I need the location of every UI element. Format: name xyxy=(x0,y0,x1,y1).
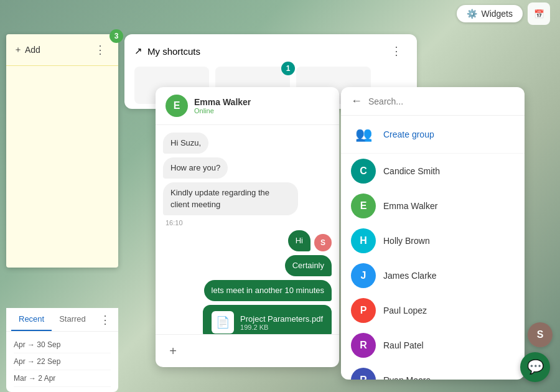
add-btn-area: ＋ Add ⋮ xyxy=(6,34,118,66)
contact-item-raul-patel[interactable]: R Raul Patel xyxy=(341,328,525,363)
chat-panel: E Emma Walker Online Hi Suzu, How are yo… xyxy=(156,87,339,367)
avatar-image: E xyxy=(166,95,188,117)
sent-user-avatar: S xyxy=(314,234,332,251)
sticky-badge: 3 xyxy=(110,29,123,43)
message-kindly-update: Kindly update regarding the client meeti… xyxy=(163,182,298,215)
shortcuts-title: ↗ My shortcuts xyxy=(134,45,200,57)
message-lets-meet: lets meet in another 10 minutes xyxy=(204,280,332,301)
file-name: Project Parameters.pdf xyxy=(240,314,323,324)
contact-search-input[interactable] xyxy=(368,96,515,106)
contact-item-james-clarke[interactable]: J James Clarke xyxy=(341,258,525,293)
file-size: 199.2 KB xyxy=(240,324,323,331)
file-info: Project Parameters.pdf 199.2 KB xyxy=(240,314,323,331)
shortcuts-more-button[interactable]: ⋮ xyxy=(386,42,407,60)
contact-item-ryan-moore[interactable]: R Ryan Moore xyxy=(341,363,525,380)
date-range-3[interactable]: Mar → 2 Apr xyxy=(14,370,111,387)
contact-panel: ← 👥 Create group C Candice Smith E Emma … xyxy=(341,87,525,380)
contact-name-candice: Candice Smith xyxy=(383,166,440,176)
chat-user-name: Emma Walker xyxy=(194,97,251,107)
plus-icon: + xyxy=(169,344,177,358)
tabs-header: Recent Starred ⋮ xyxy=(6,308,118,332)
calendar-button[interactable]: 📅 xyxy=(528,2,550,25)
message-time-1610: 16:10 xyxy=(166,219,183,226)
contact-name-raul: Raul Patel xyxy=(383,340,424,350)
contact-list: C Candice Smith E Emma Walker H Holly Br… xyxy=(341,154,525,380)
file-icon: 📄 xyxy=(212,311,234,334)
chat-bubble-button[interactable]: 💬 xyxy=(520,352,550,382)
tabs-more-button[interactable]: ⋮ xyxy=(97,310,113,329)
sent-row-hi: Hi S xyxy=(163,230,332,251)
contact-name-holly: Holly Brown xyxy=(383,236,430,246)
message-hi: Hi xyxy=(288,230,310,251)
plus-icon: ＋ xyxy=(14,44,22,55)
gear-icon: ⚙️ xyxy=(467,9,477,19)
chat-plus-button[interactable]: + xyxy=(163,341,183,361)
chat-user-avatar: E xyxy=(166,95,188,117)
widgets-label: Widgets xyxy=(481,9,513,19)
chat-header: E Emma Walker Online xyxy=(156,87,339,125)
date-range-1[interactable]: Apr → 30 Sep xyxy=(14,337,111,353)
message-how-are-you: How are you? xyxy=(163,157,228,179)
contact-name-james: James Clarke xyxy=(383,271,437,281)
create-group-label: Create group xyxy=(383,129,434,139)
contact-avatar-candice: C xyxy=(351,159,376,184)
shortcuts-title-text: My shortcuts xyxy=(147,46,200,57)
top-bar: ⚙️ Widgets 📅 xyxy=(0,0,560,27)
contact-search-bar: ← xyxy=(341,87,525,116)
contact-item-emma-walker[interactable]: E Emma Walker xyxy=(341,189,525,223)
contact-item-paul-lopez[interactable]: P Paul Lopez xyxy=(341,293,525,328)
calendar-icon: 📅 xyxy=(534,9,544,19)
contact-avatar-paul: P xyxy=(351,298,376,323)
message-hi-suzu: Hi Suzu, xyxy=(163,133,208,154)
add-label: Add xyxy=(25,45,40,55)
contact-avatar-emma: E xyxy=(351,194,376,218)
date-range-2[interactable]: Apr → 22 Sep xyxy=(14,353,111,370)
contact-avatar-raul: R xyxy=(351,333,376,358)
contact-avatar-james: J xyxy=(351,263,376,288)
sticky-note-panel: 3 ＋ Add ⋮ xyxy=(6,34,118,268)
contact-item-holly-brown[interactable]: H Holly Brown xyxy=(341,223,525,258)
sticky-more-button[interactable]: ⋮ xyxy=(90,40,111,59)
chat-input-area: + xyxy=(156,334,339,367)
chat-user-status: Online xyxy=(194,107,251,114)
chat-messages: Hi Suzu, How are you? Kindly update rega… xyxy=(156,125,339,334)
add-button[interactable]: ＋ Add xyxy=(14,44,40,55)
user-avatar-corner[interactable]: S xyxy=(528,322,553,347)
group-icon: 👥 xyxy=(351,122,376,147)
contact-name-ryan: Ryan Moore xyxy=(383,375,431,380)
chat-user-info: Emma Walker Online xyxy=(194,97,251,114)
tab-recent[interactable]: Recent xyxy=(11,308,52,331)
shortcut-badge: 1 xyxy=(281,62,295,75)
contact-name-emma: Emma Walker xyxy=(383,201,437,211)
contact-item-candice-smith[interactable]: C Candice Smith xyxy=(341,154,525,189)
message-certainly: Certainly xyxy=(285,255,332,276)
contact-name-paul: Paul Lopez xyxy=(383,306,427,315)
back-arrow-icon[interactable]: ← xyxy=(351,95,362,108)
widgets-button[interactable]: ⚙️ Widgets xyxy=(457,5,523,22)
chat-bubble-icon: 💬 xyxy=(527,359,544,375)
contact-avatar-ryan: R xyxy=(351,368,376,380)
file-message: 📄 Project Parameters.pdf 199.2 KB xyxy=(203,305,332,334)
contact-avatar-holly: H xyxy=(351,228,376,253)
share-icon: ↗ xyxy=(134,45,142,57)
shortcuts-header: ↗ My shortcuts ⋮ xyxy=(134,42,407,60)
date-ranges: Apr → 30 Sep Apr → 22 Sep Mar → 2 Apr xyxy=(6,332,118,392)
tab-starred[interactable]: Starred xyxy=(52,308,93,331)
bottom-tabs: Recent Starred ⋮ Apr → 30 Sep Apr → 22 S… xyxy=(6,308,118,392)
create-group-item[interactable]: 👥 Create group xyxy=(341,116,525,154)
